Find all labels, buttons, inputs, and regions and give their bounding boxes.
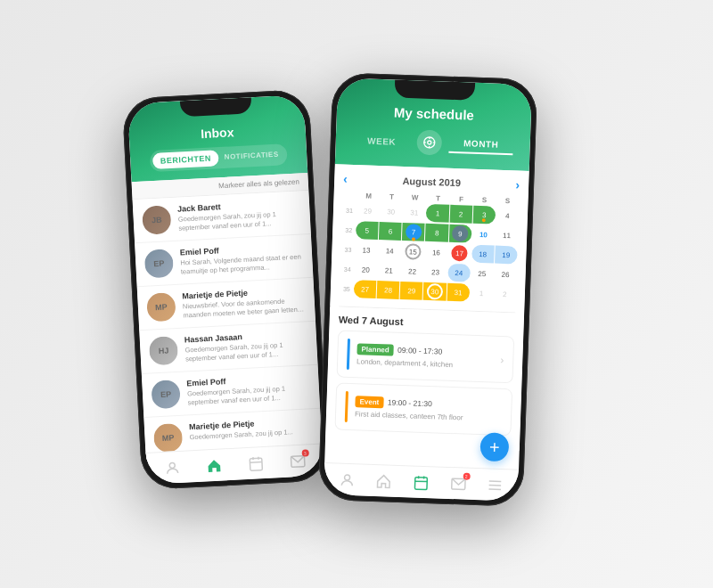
day-header: M xyxy=(356,192,380,200)
calendar-day[interactable]: 15 xyxy=(405,243,422,260)
phone-inbox: Inbox BERICHTEN NOTIFICATIES Markeer all… xyxy=(122,89,330,490)
day-header: T xyxy=(380,192,403,201)
day-header: T xyxy=(426,194,449,203)
avatar: HJ xyxy=(149,336,179,366)
day-header: S xyxy=(496,197,519,206)
chevron-right-icon: › xyxy=(500,353,504,365)
prev-month-button[interactable]: ‹ xyxy=(343,172,348,186)
day-header: F xyxy=(449,195,472,204)
mark-all-text: Markeer alles als gelezen xyxy=(218,178,299,191)
avatar: MP xyxy=(146,292,176,323)
calendar-day[interactable]: 30 xyxy=(427,283,444,300)
avatar: EP xyxy=(151,380,181,410)
event-bar-orange xyxy=(345,391,348,422)
calendar-day[interactable]: 13 xyxy=(355,241,378,259)
calendar-day[interactable]: 4 xyxy=(496,207,519,225)
calendar-day[interactable]: 19 xyxy=(495,246,518,265)
calendar-section: ‹ August 2019 › M T W T F S S xyxy=(330,164,529,313)
calendar-day[interactable]: 26 xyxy=(494,265,517,284)
nav-mail-icon[interactable]: 2 xyxy=(448,473,469,494)
event-bar-blue xyxy=(347,339,350,370)
notch-2 xyxy=(394,80,475,101)
scene: Inbox BERICHTEN NOTIFICATIES Markeer all… xyxy=(0,0,713,588)
calendar-day[interactable]: 10 xyxy=(472,225,496,244)
mail-badge: 3 xyxy=(301,449,308,456)
inbox-tabs: BERICHTEN NOTIFICATIES xyxy=(150,143,288,172)
nav-menu-icon[interactable] xyxy=(485,475,505,495)
message-list: JB Jack Barett Goedemorgen Sarah, zou ji… xyxy=(133,191,323,461)
svg-line-4 xyxy=(250,461,261,462)
calendar-day[interactable]: 21 xyxy=(378,261,401,280)
nav-calendar-icon[interactable] xyxy=(411,472,431,493)
nav-person-icon[interactable] xyxy=(337,470,357,490)
svg-point-0 xyxy=(169,462,175,468)
calendar-day[interactable]: 18 xyxy=(471,245,495,264)
avatar: EP xyxy=(144,249,175,279)
calendar-day[interactable]: 31 xyxy=(403,203,426,222)
svg-rect-13 xyxy=(414,477,427,489)
nav-mail-icon[interactable]: 3 xyxy=(287,451,307,471)
day-header: W xyxy=(403,193,426,202)
schedule-tabs: WEEK MONTH xyxy=(346,127,520,159)
calendar-day[interactable]: 11 xyxy=(496,226,519,245)
calendar-day[interactable]: 25 xyxy=(471,265,494,283)
svg-point-12 xyxy=(344,474,349,479)
inbox-title: Inbox xyxy=(139,122,295,144)
calendar-day[interactable]: 31 xyxy=(447,283,470,302)
event-badge-planned: Planned xyxy=(356,343,394,355)
tab-week[interactable]: WEEK xyxy=(353,131,411,150)
schedule-title: My schedule xyxy=(348,103,520,125)
calendar-day[interactable]: 24 xyxy=(447,264,471,282)
calendar-day[interactable]: 8 xyxy=(425,224,448,242)
fab-add-button[interactable]: + xyxy=(479,432,509,461)
event-card-event[interactable]: Event 19:00 - 21:30 First aid classes, c… xyxy=(334,382,512,436)
svg-rect-1 xyxy=(250,458,262,470)
calendar-month: August 2019 xyxy=(402,176,461,188)
event-card-planned[interactable]: Planned 09:00 - 17:30 London, department… xyxy=(337,331,515,384)
calendar-day[interactable]: 30 xyxy=(380,202,403,221)
nav-person-icon[interactable] xyxy=(161,457,182,478)
event-time: 09:00 - 17:30 xyxy=(397,346,442,356)
calendar-day[interactable]: 23 xyxy=(424,263,447,282)
calendar-day[interactable]: 1 xyxy=(470,284,493,303)
next-month-button[interactable]: › xyxy=(515,177,520,192)
calendar-week: 35 27 28 29 30 31 1 2 xyxy=(340,280,517,304)
nav-calendar-icon[interactable] xyxy=(245,453,266,473)
nav-home-icon[interactable] xyxy=(373,471,394,492)
calendar-day[interactable]: 5 xyxy=(356,221,379,240)
calendar-day-selected[interactable]: 7 xyxy=(406,224,422,241)
tab-berichten[interactable]: BERICHTEN xyxy=(152,150,219,169)
calendar-day[interactable]: 28 xyxy=(377,281,400,299)
schedule-icon xyxy=(417,129,443,155)
mail-badge: 2 xyxy=(463,472,470,479)
calendar-day-today[interactable]: 17 xyxy=(451,245,468,262)
calendar-day[interactable]: 9 xyxy=(452,225,469,242)
calendar-day[interactable]: 22 xyxy=(401,262,424,281)
calendar-day[interactable]: 27 xyxy=(354,280,377,298)
calendar-day[interactable]: 20 xyxy=(354,260,377,279)
event-badge-type: Event xyxy=(355,396,383,408)
calendar-day[interactable]: 29 xyxy=(400,282,423,300)
calendar-day[interactable]: 14 xyxy=(378,241,401,260)
phone-schedule: My schedule WEEK MONTH ‹ August 2019 › xyxy=(318,72,538,507)
day-header: S xyxy=(472,196,496,205)
event-time: 19:00 - 21:30 xyxy=(388,398,432,409)
avatar: JB xyxy=(142,205,172,235)
event-location: London, department 4, kitchen xyxy=(356,357,453,369)
calendar-day[interactable]: 6 xyxy=(379,222,402,241)
event-location: First aid classes, canteen 7th floor xyxy=(355,410,463,421)
calendar-day[interactable]: 2 xyxy=(493,285,516,304)
avatar: MP xyxy=(153,423,184,453)
calendar-day[interactable]: 1 xyxy=(426,204,449,223)
calendar-day[interactable]: 2 xyxy=(449,205,472,224)
svg-point-7 xyxy=(428,141,431,144)
tab-month[interactable]: MONTH xyxy=(449,134,513,154)
calendar-day[interactable]: 29 xyxy=(356,201,380,220)
bottom-nav-schedule: 2 xyxy=(324,462,519,502)
schedule-events: Wed 7 August Planned 09:00 - 17:30 Londo… xyxy=(325,306,524,451)
calendar-day[interactable]: 16 xyxy=(425,243,448,262)
calendar-nav: ‹ August 2019 › xyxy=(343,172,520,192)
tab-notificaties[interactable]: NOTIFICATIES xyxy=(218,146,285,166)
nav-home-icon[interactable] xyxy=(203,455,224,476)
calendar-day[interactable]: 3 xyxy=(472,206,496,225)
